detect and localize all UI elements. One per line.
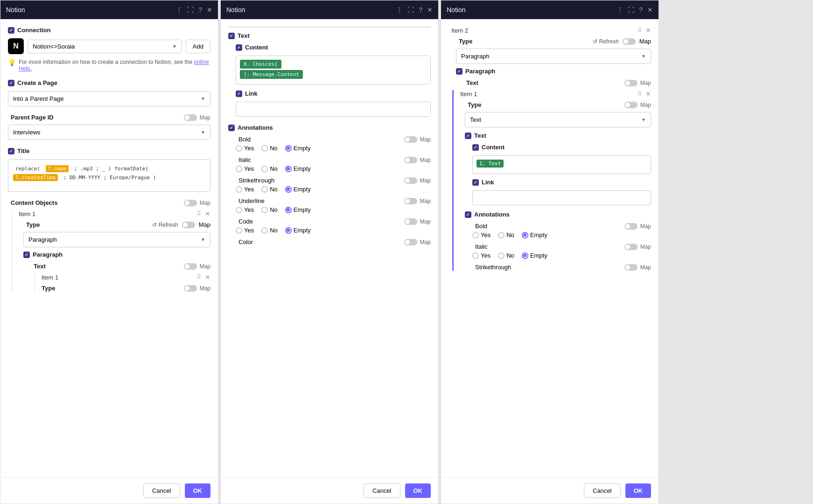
p3-item1-close-icon[interactable]: ✕ xyxy=(645,90,651,98)
dots-icon-1[interactable]: ⋮ xyxy=(176,6,182,14)
p2-bold-empty[interactable]: Empty xyxy=(285,145,311,152)
p2-code-yes[interactable]: Yes xyxy=(236,227,254,234)
p2-link-input[interactable] xyxy=(236,102,431,117)
p3-item1-link-checkbox[interactable] xyxy=(472,179,479,186)
p3-annotations-checkbox[interactable] xyxy=(465,211,471,218)
title-checkbox[interactable] xyxy=(8,148,14,154)
item1-type-toggle[interactable] xyxy=(182,222,195,228)
p2-underline-toggle[interactable] xyxy=(404,198,417,204)
p2-underline-yes-radio[interactable] xyxy=(236,207,242,213)
p2-text-checkbox[interactable] xyxy=(228,33,235,39)
create-page-checkbox[interactable] xyxy=(8,80,14,86)
item1-type-dropdown[interactable]: Paragraph ▼ xyxy=(23,232,210,247)
p2-strikethrough-yes[interactable]: Yes xyxy=(236,186,254,193)
p3-italic-empty[interactable]: Empty xyxy=(522,252,547,259)
p3-item1-type-toggle[interactable] xyxy=(624,102,638,108)
p3-refresh-button[interactable]: ↺ Refresh xyxy=(593,38,619,45)
title-formula[interactable]: replace( 7.name ; .mp3 ; _ ) formatDate(… xyxy=(8,159,210,192)
p2-bold-yes-radio[interactable] xyxy=(236,145,242,152)
help-icon-3[interactable]: ? xyxy=(639,6,643,14)
p3-item1-drag-icon[interactable]: ⠿ xyxy=(638,91,642,97)
p3-italic-no-radio[interactable] xyxy=(498,252,505,259)
p3-item1-link-input[interactable] xyxy=(472,190,651,205)
p3-bold-no-radio[interactable] xyxy=(498,232,505,238)
sub-item1-toggle[interactable] xyxy=(184,285,197,292)
p3-item1-content-box[interactable]: 1. Text xyxy=(472,155,651,174)
parent-page-id-dropdown[interactable]: Interviews ▼ xyxy=(8,125,210,140)
expand-icon-1[interactable]: ⛶ xyxy=(187,6,194,14)
p2-code-empty-radio[interactable] xyxy=(285,227,292,234)
close-icon-1[interactable]: ✕ xyxy=(207,6,212,14)
p2-underline-no-radio[interactable] xyxy=(261,207,268,213)
p2-color-toggle[interactable] xyxy=(404,239,417,245)
p2-italic-toggle[interactable] xyxy=(404,157,417,163)
help-icon-1[interactable]: ? xyxy=(198,6,202,14)
p2-annotations-checkbox[interactable] xyxy=(228,125,235,131)
close-icon-2[interactable]: ✕ xyxy=(427,6,433,14)
p3-paragraph-checkbox[interactable] xyxy=(456,68,463,75)
help-icon-2[interactable]: ? xyxy=(419,6,422,14)
expand-icon-3[interactable]: ⛶ xyxy=(628,6,634,14)
p2-italic-no[interactable]: No xyxy=(261,165,278,172)
p2-link-checkbox[interactable] xyxy=(236,91,242,97)
p3-text-toggle[interactable] xyxy=(624,80,638,86)
parent-page-id-toggle[interactable] xyxy=(184,114,197,121)
p3-bold-empty-radio[interactable] xyxy=(522,232,528,238)
p2-italic-yes-radio[interactable] xyxy=(236,166,242,172)
p3-italic-empty-radio[interactable] xyxy=(522,252,528,259)
connection-checkbox[interactable] xyxy=(8,27,14,34)
p2-underline-yes[interactable]: Yes xyxy=(236,206,254,213)
p2-strikethrough-no[interactable]: No xyxy=(261,186,278,193)
dots-icon-2[interactable]: ⋮ xyxy=(396,6,403,14)
p2-code-yes-radio[interactable] xyxy=(236,227,242,234)
p2-code-no[interactable]: No xyxy=(261,227,278,234)
p2-bold-no-radio[interactable] xyxy=(261,145,268,152)
p2-italic-yes[interactable]: Yes xyxy=(236,165,254,172)
p2-underline-empty[interactable]: Empty xyxy=(285,206,311,213)
p2-italic-empty-radio[interactable] xyxy=(285,166,292,172)
paragraph-checkbox[interactable] xyxy=(23,252,30,258)
p3-strikethrough-toggle[interactable] xyxy=(624,264,638,271)
connection-dropdown[interactable]: Notion<>Soraia ▼ xyxy=(28,40,182,53)
p2-bold-yes[interactable]: Yes xyxy=(236,145,254,152)
cancel-button-1[interactable]: Cancel xyxy=(143,483,180,498)
p3-type-toggle[interactable] xyxy=(623,38,636,45)
p3-italic-yes[interactable]: Yes xyxy=(472,252,491,259)
cancel-button-2[interactable]: Cancel xyxy=(364,483,400,498)
sub-drag-handle-icon[interactable]: ⠿ xyxy=(197,274,201,280)
close-icon-3[interactable]: ✕ xyxy=(647,6,653,14)
cancel-button-3[interactable]: Cancel xyxy=(584,483,620,498)
p3-bold-no[interactable]: No xyxy=(498,231,514,238)
ok-button-1[interactable]: OK xyxy=(185,483,211,498)
p2-strikethrough-toggle[interactable] xyxy=(404,177,417,184)
create-page-dropdown[interactable]: Into a Parent Page ▼ xyxy=(8,91,210,106)
text-toggle[interactable] xyxy=(184,263,197,270)
p3-item1-content-checkbox[interactable] xyxy=(472,144,479,151)
p3-item2-close-icon[interactable]: ✕ xyxy=(645,27,651,34)
p3-bold-yes-radio[interactable] xyxy=(472,232,479,238)
p2-italic-no-radio[interactable] xyxy=(261,166,268,172)
p3-bold-empty[interactable]: Empty xyxy=(522,231,547,238)
expand-icon-2[interactable]: ⛶ xyxy=(407,6,414,14)
p2-bold-no[interactable]: No xyxy=(261,145,278,152)
p2-code-toggle[interactable] xyxy=(404,218,417,225)
p2-code-no-radio[interactable] xyxy=(261,227,268,234)
p3-bold-yes[interactable]: Yes xyxy=(472,231,491,238)
add-button[interactable]: Add xyxy=(186,40,210,53)
p3-drag-handle-icon[interactable]: ⠿ xyxy=(638,27,642,34)
p2-strikethrough-no-radio[interactable] xyxy=(261,186,268,193)
p2-strikethrough-empty[interactable]: Empty xyxy=(285,186,311,193)
p2-content-box[interactable]: 8. Choices[ ]: Message.Content xyxy=(236,56,431,84)
sub-item1-close-icon[interactable]: ✕ xyxy=(205,273,210,281)
ok-button-3[interactable]: OK xyxy=(625,483,652,498)
p3-italic-toggle[interactable] xyxy=(624,244,638,250)
p2-strikethrough-yes-radio[interactable] xyxy=(236,186,242,193)
refresh-button[interactable]: ↺ Refresh xyxy=(152,222,178,228)
p2-underline-empty-radio[interactable] xyxy=(285,207,292,213)
ok-button-2[interactable]: OK xyxy=(405,483,431,498)
drag-handle-icon[interactable]: ⠿ xyxy=(197,210,201,217)
dots-icon-3[interactable]: ⋮ xyxy=(617,6,623,14)
p3-type-dropdown[interactable]: Paragraph ▼ xyxy=(456,49,651,64)
p2-strikethrough-empty-radio[interactable] xyxy=(285,186,292,193)
p3-item1-text-checkbox[interactable] xyxy=(465,133,471,139)
